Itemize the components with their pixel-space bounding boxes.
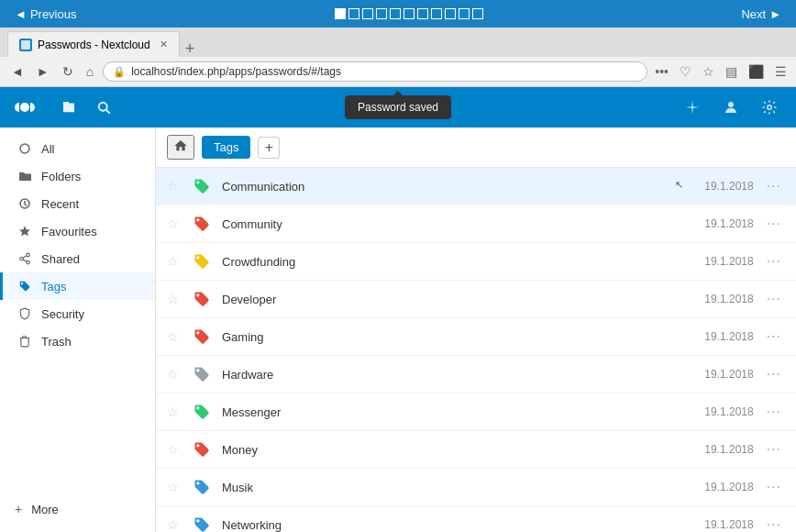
dot-3 bbox=[362, 8, 373, 19]
forward-button[interactable]: ► bbox=[33, 62, 53, 81]
sidebar-item-security[interactable]: Security bbox=[0, 300, 155, 327]
app-bar-icons bbox=[53, 92, 119, 123]
tag-date: 19.1.2018 bbox=[699, 518, 754, 531]
home-button[interactable]: ⌂ bbox=[83, 62, 97, 81]
tag-context-menu-button[interactable]: ··· bbox=[763, 404, 785, 420]
tag-context-menu-button[interactable]: ··· bbox=[763, 441, 785, 458]
new-tab-button[interactable]: + bbox=[180, 40, 201, 57]
tag-row[interactable]: ☆ Community 19.1.2018 ··· bbox=[156, 205, 796, 243]
tags-icon bbox=[17, 279, 32, 294]
bookmark-star-button[interactable]: ☆ bbox=[701, 62, 716, 81]
sidebar: All Folders Recent bbox=[0, 127, 156, 532]
sidebar-more-button[interactable]: + More bbox=[0, 495, 156, 523]
tag-date: 19.1.2018 bbox=[699, 180, 754, 193]
sidebar-shared-label: Shared bbox=[41, 252, 80, 266]
close-tab-button[interactable]: ✕ bbox=[160, 39, 168, 50]
tag-date: 19.1.2018 bbox=[699, 217, 754, 230]
next-label: Next bbox=[741, 7, 766, 21]
top-navigation: ◄ Previous Next ► bbox=[0, 0, 796, 28]
svg-line-6 bbox=[106, 110, 110, 114]
pagination-dots bbox=[335, 8, 483, 19]
tag-context-menu-button[interactable]: ··· bbox=[763, 328, 785, 345]
sidebar-trash-label: Trash bbox=[41, 335, 72, 349]
tag-row[interactable]: ☆ Musik 19.1.2018 ··· bbox=[156, 469, 796, 506]
tag-star-button[interactable]: ☆ bbox=[167, 442, 182, 457]
tag-name: Money bbox=[222, 443, 690, 457]
bookmark-button[interactable]: ♡ bbox=[678, 62, 693, 81]
tab-title: Passwords - Nextcloud bbox=[38, 39, 150, 51]
svg-marker-7 bbox=[686, 101, 700, 115]
tag-row[interactable]: ☆ Messenger 19.1.2018 ··· bbox=[156, 393, 796, 431]
sync-button[interactable]: ⬛ bbox=[746, 62, 766, 81]
address-bar-row: ◄ ► ↻ ⌂ 🔒 localhost/index.php/apps/passw… bbox=[0, 57, 796, 86]
tag-star-button[interactable]: ☆ bbox=[167, 254, 182, 269]
next-button[interactable]: Next ► bbox=[741, 7, 781, 21]
tag-star-button[interactable]: ☆ bbox=[167, 329, 182, 344]
sidebar-item-folders[interactable]: Folders bbox=[0, 162, 155, 190]
address-bar[interactable]: 🔒 localhost/index.php/apps/passwords/#/t… bbox=[103, 61, 647, 82]
prev-button[interactable]: ◄ Previous bbox=[15, 7, 76, 21]
tag-star-button[interactable]: ☆ bbox=[167, 367, 182, 382]
refresh-button[interactable]: ↻ bbox=[59, 62, 77, 81]
cursor-pointer: ↖ bbox=[675, 179, 690, 194]
sidebar-item-trash[interactable]: Trash bbox=[0, 327, 155, 355]
browser-tab[interactable]: Passwords - Nextcloud ✕ bbox=[7, 31, 180, 57]
security-icon bbox=[17, 306, 32, 321]
sidebar-item-recent[interactable]: Recent bbox=[0, 190, 155, 217]
back-button[interactable]: ◄ bbox=[7, 62, 28, 81]
user-icon[interactable] bbox=[715, 92, 746, 123]
add-button[interactable] bbox=[677, 92, 708, 123]
tag-star-button[interactable]: ☆ bbox=[167, 405, 182, 419]
tag-context-menu-button[interactable]: ··· bbox=[763, 479, 785, 495]
tag-row[interactable]: ☆ Developer 19.1.2018 ··· bbox=[156, 281, 796, 318]
sidebar-item-shared[interactable]: Shared bbox=[0, 245, 155, 272]
tag-row[interactable]: ☆ Crowdfunding 19.1.2018 ··· bbox=[156, 243, 796, 281]
svg-point-4 bbox=[20, 103, 29, 112]
nc-logo[interactable] bbox=[11, 94, 39, 121]
dot-1 bbox=[335, 8, 346, 19]
tag-color-icon bbox=[191, 363, 213, 385]
tag-row[interactable]: ☆ Money 19.1.2018 ··· bbox=[156, 431, 796, 469]
tag-date: 19.1.2018 bbox=[699, 255, 754, 268]
reader-view-button[interactable]: ▤ bbox=[724, 62, 739, 81]
svg-marker-12 bbox=[19, 226, 30, 236]
tag-context-menu-button[interactable]: ··· bbox=[763, 366, 785, 382]
tag-context-menu-button[interactable]: ··· bbox=[763, 253, 785, 270]
tag-context-menu-button[interactable]: ··· bbox=[763, 516, 785, 532]
tag-row[interactable]: ☆ Hardware 19.1.2018 ··· bbox=[156, 356, 796, 393]
files-app-icon[interactable] bbox=[53, 92, 84, 123]
home-breadcrumb-button[interactable] bbox=[167, 135, 194, 160]
sidebar-item-favourites[interactable]: Favourites bbox=[0, 217, 155, 245]
add-tab-button[interactable]: + bbox=[258, 137, 280, 159]
browser-tabs: Passwords - Nextcloud ✕ + bbox=[0, 28, 796, 57]
tag-context-menu-button[interactable]: ··· bbox=[763, 291, 785, 307]
tag-star-button[interactable]: ☆ bbox=[167, 480, 182, 494]
sidebar-item-tags[interactable]: Tags bbox=[0, 272, 155, 300]
tag-star-button[interactable]: ☆ bbox=[167, 292, 182, 306]
tab-tags[interactable]: Tags bbox=[202, 136, 250, 159]
more-plus-icon: + bbox=[15, 502, 22, 516]
favourites-icon bbox=[17, 224, 32, 238]
dot-2 bbox=[348, 8, 359, 19]
svg-point-10 bbox=[20, 144, 29, 153]
tag-star-button[interactable]: ☆ bbox=[167, 216, 182, 231]
tag-context-menu-button[interactable]: ··· bbox=[763, 178, 785, 194]
sidebar-security-label: Security bbox=[41, 307, 84, 321]
settings-icon[interactable] bbox=[754, 92, 785, 123]
tag-color-icon bbox=[191, 175, 213, 197]
next-arrow-icon: ► bbox=[769, 7, 781, 21]
lock-icon: 🔒 bbox=[113, 66, 126, 78]
tag-star-button[interactable]: ☆ bbox=[167, 517, 182, 532]
overflow-menu-button[interactable]: ••• bbox=[653, 62, 670, 81]
menu-button[interactable]: ☰ bbox=[773, 62, 789, 81]
tag-context-menu-button[interactable]: ··· bbox=[763, 216, 785, 232]
tag-row[interactable]: ☆ Networking 19.1.2018 ··· bbox=[156, 506, 796, 532]
search-app-icon[interactable] bbox=[88, 92, 119, 123]
tag-row[interactable]: ☆ Communication ↖ 19.1.2018 ··· bbox=[156, 168, 796, 205]
content-area: Tags + ☆ Communication ↖ 19.1.2018 ··· ☆… bbox=[156, 127, 796, 532]
sidebar-item-all[interactable]: All bbox=[0, 135, 155, 162]
sidebar-favourites-label: Favourites bbox=[41, 225, 97, 238]
sidebar-folders-label: Folders bbox=[41, 170, 81, 183]
tag-row[interactable]: ☆ Gaming 19.1.2018 ··· bbox=[156, 318, 796, 356]
tag-star-button[interactable]: ☆ bbox=[167, 179, 182, 194]
